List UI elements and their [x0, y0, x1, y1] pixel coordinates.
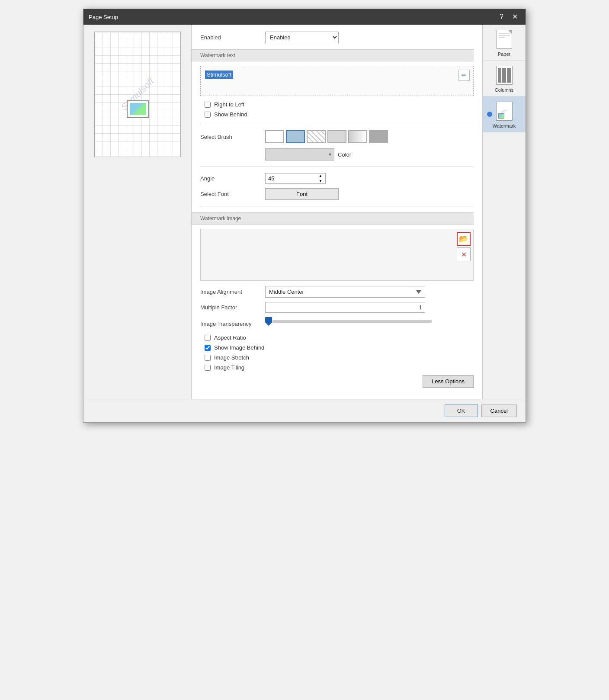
watermark-label: Watermark	[493, 123, 516, 128]
slider-thumb[interactable]	[265, 317, 272, 326]
watermark-text-container: Stimulsoft ✏	[200, 66, 474, 96]
select-brush-row: Select Brush Color	[200, 130, 474, 161]
image-alignment-row: Image Alignment Middle Center	[200, 286, 474, 298]
aspect-ratio-row: Aspect Ratio	[205, 334, 474, 341]
select-font-row: Select Font Font	[200, 188, 474, 200]
aspect-ratio-checkbox[interactable]	[205, 335, 211, 341]
enabled-select[interactable]: Enabled	[265, 32, 339, 43]
preview-grid	[95, 32, 180, 157]
paper-icon	[497, 30, 512, 49]
columns-label: Columns	[495, 87, 513, 93]
close-button[interactable]: ✕	[510, 13, 520, 21]
right-to-left-label: Right to Left	[214, 101, 244, 108]
show-image-behind-label: Show Image Behind	[214, 344, 264, 351]
image-alignment-label: Image Alignment	[200, 289, 261, 295]
image-tiling-row: Image Tiling	[205, 364, 474, 371]
image-tiling-checkbox[interactable]	[205, 365, 211, 371]
brush-light-gray[interactable]	[327, 130, 346, 143]
image-stretch-row: Image Stretch	[205, 354, 474, 361]
image-stretch-label: Image Stretch	[214, 354, 249, 361]
right-sidebar: Paper Columns Wm Wate	[482, 25, 526, 399]
show-behind-row: Show Behind	[205, 111, 474, 118]
enabled-row: Enabled Enabled	[200, 32, 474, 43]
angle-up[interactable]: ▲	[318, 173, 323, 178]
angle-label: Angle	[200, 175, 261, 182]
brush-gradient[interactable]	[348, 130, 367, 143]
aspect-ratio-label: Aspect Ratio	[214, 334, 246, 341]
page-preview: Stimulsoft	[94, 32, 181, 157]
show-image-behind-row: Show Image Behind	[205, 344, 474, 351]
sidebar-item-paper[interactable]: Paper	[483, 25, 526, 61]
delete-image-button[interactable]: ✕	[457, 247, 471, 261]
slider-track[interactable]	[272, 320, 432, 323]
image-stretch-checkbox[interactable]	[205, 355, 211, 361]
watermark-text-value: Stimulsoft	[205, 71, 233, 79]
angle-value: 45	[268, 173, 318, 183]
image-transparency-label: Image Transparency	[200, 321, 261, 327]
brush-options	[265, 130, 388, 143]
watermark-icon: Wm	[496, 102, 513, 121]
font-button[interactable]: Font	[265, 188, 339, 200]
open-image-button[interactable]: 📂	[457, 232, 471, 246]
edit-text-button[interactable]: ✏	[458, 70, 470, 81]
page-setup-dialog: Page Setup ? ✕ Stimulsoft Enabled Enabl	[83, 9, 526, 423]
brush-dark-gray[interactable]	[369, 130, 388, 143]
paper-label: Paper	[498, 51, 510, 57]
cancel-button[interactable]: Cancel	[481, 405, 517, 417]
select-font-label: Select Font	[200, 191, 261, 197]
delete-icon: ✕	[461, 250, 467, 259]
color-row: Color	[265, 148, 351, 161]
title-bar: Page Setup ? ✕	[83, 9, 526, 25]
image-tiling-label: Image Tiling	[214, 364, 244, 371]
dialog-title: Page Setup	[89, 14, 118, 20]
image-action-buttons: 📂 ✕	[457, 232, 471, 261]
columns-icon	[496, 66, 513, 85]
sidebar-item-watermark[interactable]: Wm Watermark	[483, 96, 526, 132]
watermark-image-section-header: Watermark image	[200, 215, 241, 222]
multiple-factor-row: Multiple Factor	[200, 302, 474, 313]
help-button[interactable]: ?	[497, 13, 506, 21]
preview-panel: Stimulsoft	[83, 25, 192, 399]
image-preview-inner	[130, 103, 146, 115]
image-transparency-row: Image Transparency	[200, 317, 474, 330]
less-options-button[interactable]: Less Options	[423, 375, 474, 388]
angle-row: Angle 45 ▲ ▼	[200, 173, 474, 184]
enabled-label: Enabled	[200, 34, 261, 41]
show-behind-checkbox[interactable]	[205, 112, 211, 118]
watermark-radio-selected	[487, 112, 492, 117]
ok-button[interactable]: OK	[445, 405, 478, 417]
image-alignment-select[interactable]: Middle Center	[265, 286, 425, 298]
right-to-left-checkbox[interactable]	[205, 102, 211, 108]
less-options-container: Less Options	[200, 375, 474, 388]
title-bar-controls: ? ✕	[497, 13, 520, 21]
transparency-slider-container	[265, 317, 474, 326]
sidebar-item-columns[interactable]: Columns	[483, 61, 526, 96]
multiple-factor-input[interactable]	[265, 302, 425, 313]
open-icon: 📂	[459, 234, 468, 244]
image-upload-area: 📂 ✕	[200, 229, 474, 281]
color-label: Color	[338, 151, 351, 158]
color-select[interactable]	[265, 148, 334, 161]
brush-solid-blue[interactable]	[286, 130, 305, 143]
dialog-body: Stimulsoft Enabled Enabled Watermark tex…	[83, 25, 526, 399]
right-to-left-row: Right to Left	[205, 101, 474, 108]
select-brush-label: Select Brush	[200, 134, 261, 140]
angle-down[interactable]: ▼	[318, 179, 323, 183]
watermark-text-section-header: Watermark text	[200, 52, 235, 58]
brush-solid-white[interactable]	[265, 130, 284, 143]
brush-hatched[interactable]	[307, 130, 326, 143]
show-image-behind-checkbox[interactable]	[205, 345, 211, 351]
multiple-factor-label: Multiple Factor	[200, 304, 261, 311]
show-behind-label: Show Behind	[214, 111, 247, 118]
dialog-footer: OK Cancel	[83, 399, 526, 422]
image-preview-box	[127, 100, 149, 118]
angle-spinner: ▲ ▼	[318, 173, 323, 183]
main-content: Enabled Enabled Watermark text Stimulsof…	[192, 25, 482, 399]
